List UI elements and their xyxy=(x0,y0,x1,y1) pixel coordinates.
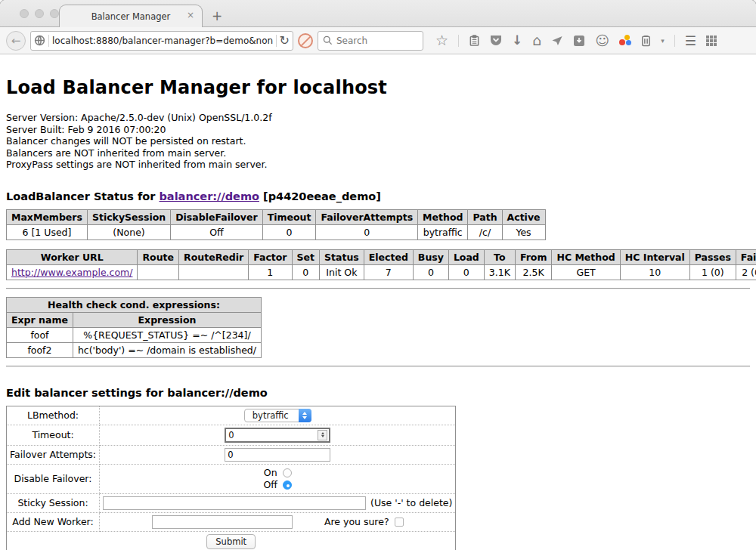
cell-path: /c/ xyxy=(468,224,502,239)
zoom-window-button[interactable] xyxy=(50,9,59,18)
cell-routeredir xyxy=(179,264,249,280)
col-from: From xyxy=(515,249,552,264)
save-square-icon[interactable] xyxy=(573,35,585,47)
balancer-status-table: MaxMembers StickySession DisableFailover… xyxy=(6,209,546,240)
cell-factor: 1 xyxy=(249,264,292,280)
failover-attempts-input[interactable]: 0 xyxy=(225,448,330,462)
col-route: Route xyxy=(138,249,179,264)
add-worker-input[interactable] xyxy=(152,515,293,529)
url-bar[interactable]: localhost:8880/balancer-manager?b=demo&n… xyxy=(30,31,293,51)
chat-smiley-icon[interactable]: ☺ xyxy=(595,34,609,48)
number-spinner-icon[interactable] xyxy=(318,430,327,440)
sticky-session-input[interactable] xyxy=(103,496,366,510)
container-extension-icon[interactable] xyxy=(641,35,651,47)
window-controls xyxy=(20,9,59,18)
menu-hamburger-icon[interactable]: ☰ xyxy=(685,33,696,48)
lbmethod-select[interactable]: bytraffic xyxy=(244,409,311,422)
table-header-row: Health check cond. expressions: xyxy=(7,297,262,312)
table-header-row: Worker URL Route RouteRedir Factor Set S… xyxy=(7,249,756,264)
balancer-demo-link[interactable]: balancer://demo xyxy=(159,190,259,202)
new-tab-button[interactable]: + xyxy=(212,8,222,23)
url-text[interactable]: localhost:8880/balancer-manager?b=demo&n… xyxy=(52,36,273,46)
cell-expr-name: foof xyxy=(7,327,73,342)
search-icon xyxy=(323,36,333,45)
col-method: Method xyxy=(418,209,468,224)
navigation-toolbar: ← localhost:8880/balancer-manager?b=demo… xyxy=(0,27,756,54)
downloads-icon[interactable]: ↓ xyxy=(512,34,522,47)
timeout-label: Timeout: xyxy=(7,425,100,445)
form-row-lbmethod: LBmethod: bytraffic xyxy=(7,406,456,425)
expr-row: foof2 hc('body') =~ /domain is establish… xyxy=(7,342,262,357)
sticky-session-label: Sticky Session: xyxy=(7,493,100,512)
page-content: Load Balancer Manager for localhost Serv… xyxy=(0,54,756,550)
health-check-table: Health check cond. expressions: Expr nam… xyxy=(6,297,262,358)
add-worker-label: Add New Worker: xyxy=(7,512,100,531)
tab-bar: Balancer Manager × + xyxy=(0,0,756,27)
col-load: Load xyxy=(448,249,484,264)
col-status: Status xyxy=(320,249,364,264)
col-expr-name: Expr name xyxy=(7,312,73,327)
send-plane-icon[interactable] xyxy=(551,35,563,46)
failover-attempts-label: Failover Attempts: xyxy=(7,445,100,464)
col-routeredir: RouteRedir xyxy=(179,249,249,264)
back-button[interactable]: ← xyxy=(6,31,26,51)
tab-balancer-manager[interactable]: Balancer Manager × xyxy=(59,5,203,27)
proxypass-warning-line: ProxyPass settings are NOT inherited fro… xyxy=(6,159,750,171)
col-path: Path xyxy=(468,209,502,224)
search-placeholder[interactable]: Search xyxy=(336,36,367,46)
col-expression: Expression xyxy=(73,312,261,327)
divider xyxy=(6,288,750,289)
cell-maxmembers: 6 [1 Used] xyxy=(7,224,88,239)
cell-failoverattempts: 0 xyxy=(316,224,418,239)
cell-method: bytraffic xyxy=(418,224,468,239)
col-hc-method: HC Method xyxy=(552,249,620,264)
col-failoverattempts: FailoverAttempts xyxy=(316,209,418,224)
expr-row: foof %{REQUEST_STATUS} =~ /^[234]/ xyxy=(7,327,262,342)
grid-extension-icon[interactable] xyxy=(706,36,717,46)
col-busy: Busy xyxy=(413,249,448,264)
health-check-title: Health check cond. expressions: xyxy=(7,297,262,312)
content-blocked-icon[interactable] xyxy=(298,33,313,48)
col-worker-url: Worker URL xyxy=(7,249,138,264)
bookmark-star-icon[interactable]: ☆ xyxy=(435,33,448,48)
pocket-icon[interactable] xyxy=(490,35,502,46)
tab-close-icon[interactable]: × xyxy=(187,11,194,20)
colored-dots-extension-icon[interactable] xyxy=(619,35,631,47)
server-version-line: Server Version: Apache/2.5.0-dev (Unix) … xyxy=(6,112,750,124)
globe-icon xyxy=(34,35,45,46)
reload-button[interactable]: ↻ xyxy=(280,35,290,47)
cell-busy: 0 xyxy=(413,264,448,280)
are-you-sure-checkbox[interactable] xyxy=(395,518,404,527)
page-title: Load Balancer Manager for localhost xyxy=(6,77,750,98)
form-row-add-worker: Add New Worker: Are you sure? xyxy=(7,512,456,531)
disable-failover-off-radio[interactable] xyxy=(283,480,292,490)
toolbar-divider xyxy=(458,35,459,47)
form-row-failover-attempts: Failover Attempts: 0 xyxy=(7,445,456,464)
minimize-window-button[interactable] xyxy=(35,9,44,18)
clipboard-icon[interactable] xyxy=(469,35,480,47)
are-you-sure-label: Are you sure? xyxy=(324,516,389,527)
cell-set: 0 xyxy=(292,264,319,280)
col-factor: Factor xyxy=(249,249,292,264)
loadbalancer-status-heading: LoadBalancer Status for balancer://demo … xyxy=(6,190,750,202)
form-row-submit: Submit xyxy=(7,531,456,550)
home-icon[interactable]: ⌂ xyxy=(532,33,541,48)
disable-failover-on-radio[interactable] xyxy=(283,468,292,477)
cell-from: 2.5K xyxy=(515,264,552,280)
select-stepper-icon xyxy=(299,409,311,422)
sticky-session-hint: (Use '-' to delete) xyxy=(370,497,452,508)
lbmethod-label: LBmethod: xyxy=(7,406,100,425)
close-window-button[interactable] xyxy=(20,9,29,18)
submit-button[interactable]: Submit xyxy=(206,534,256,549)
divider xyxy=(6,366,750,367)
search-bar[interactable]: Search xyxy=(318,31,423,51)
persist-warning-line: Balancer changes will NOT be persisted o… xyxy=(6,135,750,147)
server-built-line: Server Built: Feb 9 2016 07:00:20 xyxy=(6,124,750,136)
chevron-down-icon[interactable]: ▾ xyxy=(661,37,665,45)
cell-load: 0 xyxy=(448,264,484,280)
timeout-input[interactable]: 0 xyxy=(225,428,330,443)
worker-url-link[interactable]: http://www.example.com/ xyxy=(11,267,132,278)
form-row-disable-failover: Disable Failover: On Off xyxy=(7,464,456,493)
cell-to: 3.1K xyxy=(484,264,515,280)
col-to: To xyxy=(484,249,515,264)
